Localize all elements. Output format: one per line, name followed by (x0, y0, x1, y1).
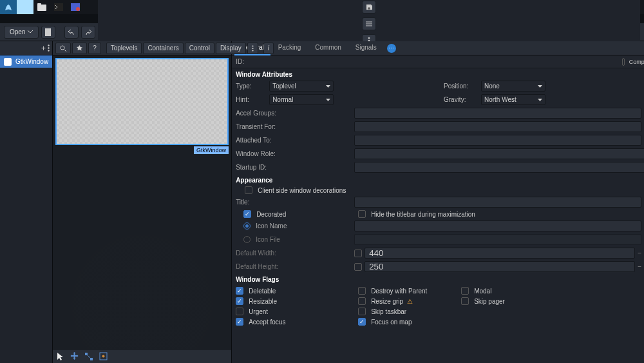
default-width-input[interactable] (365, 248, 635, 259)
window-role-input[interactable] (354, 148, 644, 159)
app-launcher-files[interactable] (33, 0, 50, 14)
resizable-check[interactable] (236, 297, 243, 305)
tree-menu-icon[interactable] (48, 44, 50, 52)
type-dropdown[interactable]: Toplevel (269, 81, 334, 92)
icon-name-radio[interactable] (243, 222, 251, 230)
startup-id-input[interactable] (354, 162, 644, 173)
default-height-label: Default Height: (236, 263, 354, 270)
row-window-role: Window Role: (232, 147, 644, 161)
skip-pager-label: Skip pager (474, 298, 505, 305)
tab-extra-badge[interactable]: ⋯ (387, 44, 396, 53)
app-launcher-terminal[interactable] (50, 0, 67, 14)
property-body: ID: Composite Window Attributes Type: To… (232, 55, 644, 363)
attached-to-input[interactable] (354, 135, 641, 146)
modal-label: Modal (474, 288, 491, 295)
deletable-check[interactable] (236, 287, 243, 295)
window-role-label: Window Role: (236, 150, 354, 157)
palette-info-button[interactable]: i (263, 43, 274, 54)
palette-help-button[interactable]: ? (88, 43, 101, 54)
save-as-button[interactable] (362, 1, 376, 14)
modal-check[interactable] (461, 287, 469, 295)
new-button[interactable] (41, 26, 55, 39)
section-window-flags: Window Flags (232, 273, 644, 284)
row-transient-for: Transient For: (232, 120, 644, 133)
tab-common[interactable]: Common (308, 41, 348, 55)
pointer-tool-icon[interactable] (57, 352, 64, 361)
title-label: Title: (236, 199, 354, 206)
default-height-check[interactable] (354, 263, 362, 271)
palette-recent-button[interactable] (72, 43, 87, 54)
palette-group-control[interactable]: Control (185, 43, 214, 54)
title-input[interactable] (354, 197, 641, 208)
row-accel-groups: Accel Groups: (232, 106, 644, 120)
accel-groups-input[interactable] (354, 108, 641, 119)
default-height-input[interactable] (365, 261, 635, 272)
gravity-dropdown[interactable]: North West (481, 94, 545, 105)
open-label: Open (10, 28, 25, 35)
spin-minus-icon[interactable]: − (635, 263, 644, 270)
resize-grip-check[interactable] (358, 297, 366, 305)
decorated-check[interactable] (243, 210, 251, 218)
palette-more-button[interactable] (247, 43, 258, 54)
composite-check[interactable] (622, 58, 625, 66)
row-default-width: Default Width: − + (232, 246, 644, 260)
widget-icon (4, 58, 12, 66)
margin-tool-icon[interactable] (99, 352, 108, 360)
palette-search-button[interactable] (55, 43, 71, 54)
app-launcher-editor[interactable] (67, 0, 84, 14)
palette-group-containers[interactable]: Containers (143, 43, 183, 54)
spin-minus-icon[interactable]: − (635, 250, 644, 257)
palette-group-toplevels[interactable]: Toplevels (106, 43, 142, 54)
redo-button[interactable] (81, 26, 95, 39)
add-widget-icon[interactable]: + (39, 44, 48, 53)
skip-pager-check[interactable] (461, 297, 469, 305)
row-attached-to: Attached To: (232, 133, 644, 147)
id-input[interactable] (354, 56, 622, 68)
tab-signals[interactable]: Signals (349, 41, 383, 55)
icon-file-input[interactable] (354, 234, 641, 245)
icon-file-radio[interactable] (243, 236, 251, 243)
design-canvas[interactable]: GtkWindow (53, 55, 231, 349)
startup-id-label: Startup ID: (236, 164, 354, 171)
focus-on-map-label: Focus on map (371, 319, 412, 326)
destroy-check[interactable] (358, 287, 366, 295)
hint-dropdown[interactable]: Normal (269, 94, 334, 105)
urgent-check[interactable] (236, 308, 243, 315)
resize-tool-icon[interactable] (85, 353, 93, 360)
undo-button[interactable] (64, 26, 79, 39)
palette-group-display[interactable]: Display (216, 43, 246, 54)
app-launcher-menu[interactable] (0, 0, 17, 14)
section-appearance: Appearance (232, 174, 644, 185)
design-window[interactable] (55, 58, 229, 145)
open-button[interactable]: Open (4, 26, 39, 39)
urgent-label: Urgent (249, 308, 268, 315)
transient-for-label: Transient For: (236, 123, 354, 130)
id-row: ID: Composite (232, 55, 644, 68)
id-label: ID: (232, 58, 354, 65)
csd-check[interactable] (245, 186, 252, 194)
icon-file-label: Icon File (256, 236, 280, 243)
app-launcher-1[interactable] (17, 0, 33, 14)
accel-groups-label: Accel Groups: (236, 110, 354, 117)
svg-point-26 (48, 47, 49, 48)
row-default-height: Default Height: − + (232, 260, 644, 273)
transient-for-input[interactable] (354, 121, 641, 132)
composite-toggle[interactable]: Composite (622, 58, 644, 66)
hide-titlebar-check[interactable] (358, 210, 366, 218)
default-width-check[interactable] (354, 250, 362, 257)
type-label: Type: (236, 83, 267, 90)
warning-icon: ⚠ (407, 298, 413, 305)
svg-point-37 (102, 355, 105, 358)
properties-button[interactable] (362, 17, 376, 30)
resize-grip-label: Resize grip (371, 298, 403, 305)
skip-taskbar-check[interactable] (358, 308, 366, 315)
main-area: + GtkWindow ? Toplevels Containers Contr… (0, 41, 644, 363)
tab-packing[interactable]: Packing (272, 41, 308, 55)
move-tool-icon[interactable] (70, 352, 79, 360)
focus-on-map-check[interactable] (358, 318, 366, 326)
icon-name-input[interactable] (354, 221, 641, 231)
position-dropdown[interactable]: None (481, 81, 545, 92)
center-pane: ? Toplevels Containers Control Display i… (53, 41, 232, 363)
tree-item-gtkwindow[interactable]: GtkWindow (0, 55, 52, 68)
accept-focus-check[interactable] (236, 318, 243, 326)
